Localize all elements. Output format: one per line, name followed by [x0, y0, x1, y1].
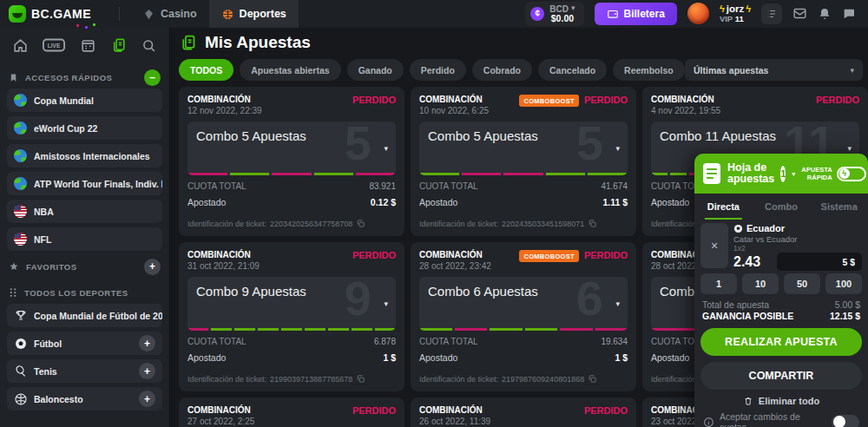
quick-amount-100[interactable]: 100 [825, 273, 862, 294]
betslip-tab-combo[interactable]: Combo [753, 194, 811, 220]
currency-selector[interactable]: ¢ BCD▾ $0.00 [525, 2, 583, 27]
my-bets-icon[interactable] [110, 37, 127, 54]
bet-list-button[interactable] [761, 3, 782, 24]
quick-amount-50[interactable]: 50 [784, 273, 820, 294]
copy-icon[interactable] [588, 219, 597, 228]
copy-icon[interactable] [588, 374, 597, 384]
filter-chip-ganado[interactable]: Ganado [347, 59, 404, 81]
ticket-id-label: Identificación de ticket: [419, 375, 498, 384]
quick-amount-1[interactable]: 1 [700, 273, 737, 294]
chevron-down-icon[interactable]: ▾ [847, 144, 852, 153]
live-icon[interactable]: LIVE [43, 38, 65, 52]
filter-chip-reembolso[interactable]: Reembolso [613, 59, 685, 81]
filter-chip-cobrado[interactable]: Cobrado [472, 59, 532, 81]
remove-selection-button[interactable]: × [700, 223, 728, 268]
nav-tab-deportes[interactable]: Deportes [209, 0, 299, 28]
add-favorite-button[interactable]: + [144, 259, 161, 275]
place-bet-button[interactable]: REALIZAR APUESTA [700, 328, 862, 356]
sort-dropdown[interactable]: Últimas apuestas ▾ [685, 59, 863, 81]
quick-bet-switch[interactable]: ϟ [837, 167, 866, 181]
staked-value: 0.12 $ [371, 197, 396, 207]
sidebar-item-nba[interactable]: NBA [7, 200, 162, 223]
chevron-down-icon[interactable]: ▾ [384, 299, 388, 308]
status-badge: PERDIDO [352, 405, 396, 416]
sidebar-item-nfl[interactable]: NFL [7, 227, 162, 251]
search-icon[interactable] [141, 37, 157, 54]
quick-bet-toggle[interactable]: APUESTARÁPIDA ϟ [801, 166, 865, 181]
bet-card[interactable]: COMBINACIÓN 10 nov 2022, 6:25 COMBOBOOST… [411, 87, 636, 236]
lightning-icon: ϟ [746, 3, 751, 15]
copy-icon[interactable] [356, 374, 365, 384]
combo-panel[interactable]: Combo 5 Apuestas 5 ▾ [187, 122, 396, 175]
filter-chip-apuestas-abiertas[interactable]: Apuestas abiertas [240, 59, 340, 81]
calendar-icon[interactable] [80, 37, 96, 54]
wallet-button[interactable]: Billetera [595, 3, 677, 25]
ticket-id-row: Identificación de ticket: 22034202563477… [187, 219, 365, 228]
user-info[interactable]: ϟjorzϟ VIP 11 [720, 3, 751, 24]
basketball-icon [221, 8, 234, 21]
selection-match: Catar vs Ecuador [733, 234, 862, 244]
combo-panel[interactable]: Combo 6 Apuestas 6 ▾ [419, 277, 628, 331]
ticket-id-value: 2197987609240801868 [502, 375, 584, 384]
combo-panel[interactable]: Combo 5 Apuestas 5 ▾ [419, 122, 628, 175]
quick-amount-10[interactable]: 10 [742, 273, 779, 294]
stake-input[interactable] [777, 253, 862, 271]
expand-button[interactable]: + [139, 391, 155, 407]
bet-card[interactable]: COMBINACIÓN 27 oct 2022, 2:25 PERDIDO [179, 397, 404, 427]
sidebar: LIVE ACCESOS RÁPIDOS – Copa Mundial eWor… [0, 28, 170, 427]
bell-icon[interactable] [818, 7, 832, 21]
bet-card[interactable]: COMBINACIÓN 28 oct 2022, 23:42 COMBOBOOS… [411, 242, 636, 391]
chevron-down-icon[interactable]: ▾ [615, 144, 620, 153]
filter-chip-perdido[interactable]: Perdido [410, 59, 466, 81]
sidebar-item-copa-mundial[interactable]: Copa Mundial [7, 89, 162, 112]
sidebar-item-amistosos-internacionales[interactable]: Amistosos Internacionales [7, 144, 162, 168]
chat-icon[interactable] [842, 7, 856, 21]
diamond-icon [142, 8, 155, 21]
home-icon[interactable] [12, 37, 29, 54]
chevron-down-icon[interactable]: ▾ [615, 299, 620, 308]
trash-icon [743, 396, 753, 406]
bcgame-logo[interactable]: BC.GAME [9, 5, 96, 23]
accept-odds-switch[interactable] [832, 415, 859, 427]
betslip-panel: Hoja de apuestas 1 ▾ APUESTARÁPIDA ϟ Dir… [694, 154, 868, 427]
clear-all-button[interactable]: Eliminar todo [694, 396, 868, 406]
betslip-tab-directa[interactable]: Directa [694, 194, 753, 220]
sidebar-item-futbol[interactable]: Fútbol + [7, 332, 162, 355]
copy-icon[interactable] [356, 219, 365, 228]
chevron-down-icon[interactable]: ▾ [792, 170, 795, 178]
sidebar-item-tenis[interactable]: Tenis + [7, 359, 162, 383]
selection-market: 1x2 [733, 244, 862, 253]
wallet-icon [607, 8, 619, 20]
bet-card[interactable]: COMBINACIÓN 31 oct 2022, 21:09 PERDIDO C… [179, 242, 404, 391]
sidebar-item-eworld-cup-22[interactable]: eWorld Cup 22 [7, 116, 162, 140]
leg-segment [281, 328, 302, 331]
nav-tab-casino[interactable]: Casino [130, 0, 209, 28]
share-button[interactable]: COMPARTIR [700, 362, 862, 390]
bet-card[interactable]: COMBINACIÓN 12 nov 2022, 22:39 PERDIDO C… [179, 87, 404, 236]
combo-count: 9 [345, 277, 372, 327]
mail-icon[interactable] [792, 6, 807, 21]
betslip-tab-sistema[interactable]: Sistema [810, 194, 868, 220]
filter-chip-cancelado[interactable]: Cancelado [538, 59, 607, 81]
collapse-button[interactable]: – [144, 69, 161, 86]
bet-card[interactable]: COMBINACIÓN 26 oct 2022, 11:39 PERDIDO [411, 397, 636, 427]
sidebar-item-atp-world-tour-finals-indiv-masc[interactable]: ATP World Tour Finals, Indiv. Masc. [7, 172, 162, 195]
status-badge: PERDIDO [816, 95, 859, 105]
trophy-icon [14, 309, 27, 322]
filter-chip-todos[interactable]: TODOS [179, 59, 233, 81]
ticket-id-label: Identificación de ticket: [419, 220, 498, 228]
possible-win-value: 12.15 $ [830, 311, 860, 321]
status-badge: PERDIDO [352, 250, 396, 260]
vip-level: 11 [735, 14, 744, 23]
combo-panel[interactable]: Combo 9 Apuestas 9 ▾ [187, 277, 396, 331]
expand-button[interactable]: + [139, 335, 155, 351]
sidebar-item-copa-mundial-de-futbol-de-2022[interactable]: Copa Mundial de Fútbol de 2022 [7, 304, 162, 327]
expand-button[interactable]: + [139, 363, 155, 379]
bet-type: COMBINACIÓN [187, 405, 254, 415]
betslip-selection: × Ecuador Catar vs Ecuador 1x2 2.43 [700, 223, 862, 268]
chevron-down-icon[interactable]: ▾ [384, 144, 388, 153]
avatar[interactable] [687, 3, 709, 24]
sidebar-item-baloncesto[interactable]: Baloncesto + [7, 387, 162, 411]
bcgame-logo-icon [9, 5, 26, 23]
staked-label: Apostado [651, 352, 689, 363]
